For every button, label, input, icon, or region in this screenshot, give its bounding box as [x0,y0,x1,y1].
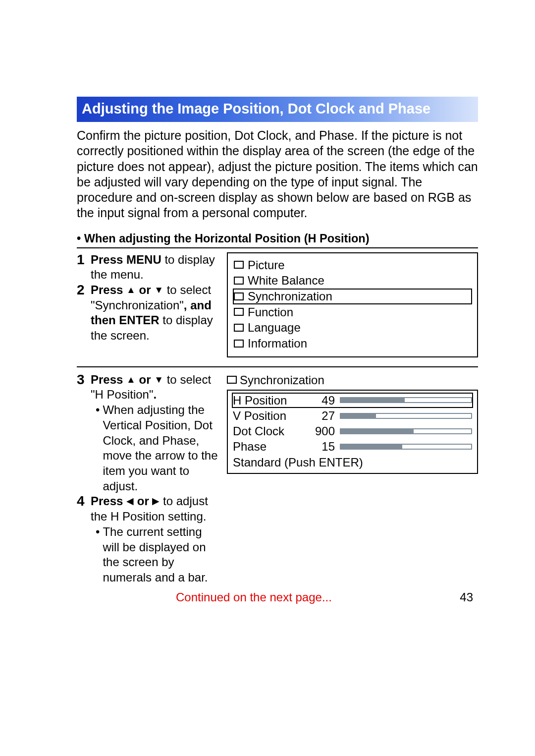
step-4: 4 Press ◀ or ▶ to adjust the H Position … [77,494,218,585]
osd-menu-label: Information [248,336,307,351]
osd-menu-item: Synchronization [233,289,472,304]
osd-sync-footer: Standard (Push ENTER) [232,455,473,470]
rect-icon [234,308,244,316]
sub-heading: • When adjusting the Horizontal Position… [77,232,478,248]
osd-sync-footer-text: Standard (Push ENTER) [233,455,363,470]
right-arrow-icon: ▶ [152,496,160,506]
up-arrow-icon: ▲ [126,374,136,385]
osd-slider [340,428,472,434]
osd-menu-label: Language [248,320,301,336]
step-bold: Press MENU [91,253,161,266]
osd-sync-value: 900 [310,423,335,439]
rect-icon [234,340,244,348]
osd-menu-label: Synchronization [248,289,332,304]
osd-sync-label: Phase [233,439,307,454]
osd-menu-label: Picture [248,257,285,273]
osd-menu-item: Language [233,320,472,336]
instruction-block-2: 3 Press ▲ or ▼ to select "H Position". W… [77,372,478,585]
osd-menu-label: White Balance [248,273,324,289]
step-number: 3 [77,372,91,494]
osd-sync-row: V Position27 [232,408,473,423]
manual-page: Adjusting the Image Position, Dot Clock … [0,0,535,604]
instruction-block-1: 1 Press MENU to display the menu. 2 Pres… [77,252,478,357]
step-number: 2 [77,283,91,344]
osd-sync-box: H Position49V Position27Dot Clock900Phas… [227,390,478,474]
step-2: 2 Press ▲ or ▼ to select "Synchronizatio… [77,283,218,344]
osd-slider-fill [341,398,405,402]
step-bold: or [136,373,154,386]
rect-icon [234,324,244,332]
osd-slider [340,413,472,419]
osd-menu-label: Function [248,304,293,320]
osd-sync-label: H Position [233,393,307,408]
rect-icon [227,376,237,384]
osd-sync-value: 27 [310,408,335,423]
osd-sync-row: Dot Clock900 [232,423,473,439]
step-bold: Press [91,283,126,296]
section-title: Adjusting the Image Position, Dot Clock … [77,97,478,122]
down-arrow-icon: ▼ [154,374,163,385]
steps-col-1: 1 Press MENU to display the menu. 2 Pres… [77,252,218,357]
rect-icon [234,277,244,285]
step-bullet: The current setting will be displayed on… [96,524,218,585]
steps-col-2: 3 Press ▲ or ▼ to select "H Position". W… [77,372,218,585]
step-3: 3 Press ▲ or ▼ to select "H Position". W… [77,372,218,494]
step-number: 4 [77,494,91,585]
osd-menu-item: White Balance [233,273,472,289]
osd-sync-value: 49 [310,393,335,408]
osd-sync-panel: Synchronization H Position49V Position27… [227,372,478,585]
osd-main-menu: PictureWhite BalanceSynchronizationFunct… [227,252,478,357]
down-arrow-icon: ▼ [154,285,163,295]
osd-menu-item: Information [233,336,472,351]
osd-slider-fill [341,429,414,433]
osd-slider-fill [341,445,402,449]
step-bold: Press [91,373,126,386]
step-number: 1 [77,252,91,283]
osd-menu-item: Picture [233,257,472,273]
osd-menu-item: Function [233,304,472,320]
osd-sync-row: Phase15 [232,439,473,454]
step-bullet: When adjusting the Vertical Position, Do… [96,403,218,494]
step-bold: Press [91,494,126,508]
osd-sync-title: Synchronization [227,372,478,388]
osd-sync-row: H Position49 [232,393,473,408]
left-arrow-icon: ◀ [126,496,134,506]
osd-sync-label: Dot Clock [233,423,307,439]
osd-sync-value: 15 [310,439,335,454]
step-bold: or [136,283,154,296]
osd-sync-label: V Position [233,408,307,423]
osd-sync-title-text: Synchronization [240,372,324,388]
up-arrow-icon: ▲ [126,285,136,295]
rect-icon [234,292,244,300]
divider [77,366,478,367]
step-bold: . [153,388,157,401]
continued-text: Continued on the next page... [176,590,332,604]
osd-slider-fill [341,414,376,418]
intro-paragraph: Confirm the picture position, Dot Clock,… [77,128,478,221]
rect-icon [234,261,244,269]
page-number: 43 [460,590,473,604]
step-1: 1 Press MENU to display the menu. [77,252,218,283]
osd-slider [340,397,472,403]
page-footer: Continued on the next page... 43 [77,590,478,604]
step-bold: or [134,494,152,508]
osd-slider [340,444,472,450]
